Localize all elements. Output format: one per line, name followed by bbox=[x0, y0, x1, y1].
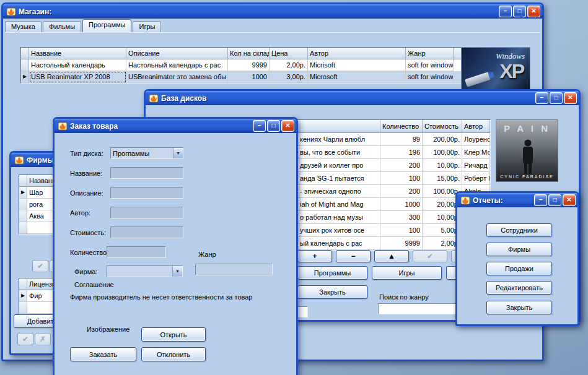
cell-author: Micrisoft bbox=[308, 59, 406, 71]
cell-name: Настольный календарь bbox=[29, 59, 126, 71]
programs-button[interactable]: Программы bbox=[297, 266, 367, 280]
table-row[interactable]: Настольный календарь Настольный календар… bbox=[21, 59, 462, 71]
cell-price: 15,00р. bbox=[423, 172, 462, 185]
shop-grid: Название Описание Кол на складе Цена Авт… bbox=[20, 47, 463, 84]
minimize-button[interactable]: – bbox=[253, 120, 266, 132]
cell-desc: Настольный календарь с рас bbox=[126, 59, 228, 71]
app-icon bbox=[14, 155, 24, 165]
windows-xp-image: Windows XP bbox=[461, 47, 530, 90]
disk-type-value: Прогпаммы bbox=[113, 150, 149, 157]
window-title: Заказ товара bbox=[70, 122, 250, 131]
close-button[interactable]: ✕ bbox=[563, 194, 576, 206]
nav-delete-button[interactable]: − bbox=[336, 250, 371, 262]
shop-titlebar[interactable]: Магазин: – □ ✕ bbox=[3, 4, 542, 19]
cell-author: Лоуренс К bbox=[462, 133, 490, 146]
firms-nav2-post-button[interactable]: ✔ bbox=[17, 333, 33, 345]
app-icon bbox=[58, 121, 68, 131]
col-author[interactable]: Автор bbox=[462, 120, 490, 133]
close-db-button[interactable]: Закрыть bbox=[297, 285, 367, 299]
reports-titlebar[interactable]: Отчеты: – □ ✕ bbox=[457, 193, 577, 207]
col-name[interactable]: Название bbox=[29, 48, 126, 59]
close-reports-button[interactable]: Закрыть bbox=[486, 301, 552, 314]
col-qty[interactable]: Количество bbox=[380, 120, 423, 133]
order-button[interactable]: Заказать bbox=[70, 347, 136, 361]
col-author[interactable]: Автор bbox=[308, 48, 406, 59]
image-label: Изображение bbox=[87, 325, 129, 333]
minimize-button[interactable]: – bbox=[499, 6, 512, 17]
firms-nav2-cancel-button[interactable]: ✗ bbox=[35, 333, 51, 345]
tab-programs[interactable]: Программы bbox=[82, 19, 131, 32]
nav-edit-button[interactable]: ▲ bbox=[374, 250, 409, 262]
open-button[interactable]: Открыть bbox=[141, 327, 206, 342]
col-desc[interactable]: Описание bbox=[126, 48, 228, 59]
usb-stick-graphic bbox=[465, 72, 491, 87]
agreement-text: Фирма производитель не несет ответственн… bbox=[70, 293, 252, 301]
cell-genre: soft for window bbox=[406, 59, 454, 71]
cell-author: Ричард Ше bbox=[462, 159, 490, 172]
indicator-column-header bbox=[21, 48, 29, 59]
cell-qty: 300 bbox=[380, 211, 423, 224]
nav-post-button[interactable]: ✔ bbox=[413, 250, 447, 262]
qty-field[interactable] bbox=[107, 246, 166, 258]
employees-report-button[interactable]: Сотрудники bbox=[486, 223, 552, 237]
chevron-down-icon[interactable]: ▼ bbox=[173, 148, 183, 158]
shop-grid-header: Название Описание Кол на складе Цена Авт… bbox=[21, 48, 462, 59]
close-button[interactable]: ✕ bbox=[564, 92, 577, 104]
window-title: База дисков bbox=[161, 94, 533, 103]
sales-report-button[interactable]: Продажи bbox=[486, 262, 552, 275]
app-icon bbox=[149, 93, 159, 103]
tab-films[interactable]: Фильмы bbox=[43, 21, 81, 32]
games-button[interactable]: Игры bbox=[372, 266, 442, 280]
order-window: Заказ товара – □ ✕ Тип диска: Прогпаммы … bbox=[53, 117, 298, 375]
chevron-down-icon[interactable]: ▼ bbox=[172, 266, 182, 277]
firm-combo[interactable]: ▼ bbox=[107, 265, 183, 277]
genre-search-input[interactable] bbox=[378, 303, 456, 314]
xp-logo-text: XP bbox=[499, 60, 524, 83]
cell-qty: 1000 bbox=[228, 71, 270, 83]
tab-games[interactable]: Игры bbox=[133, 21, 161, 32]
desktop: Магазин: – □ ✕ Музыка Фильмы Программы И… bbox=[0, 0, 588, 375]
cell-price: 2,00р. bbox=[270, 59, 308, 71]
firms-report-button[interactable]: Фирмы bbox=[486, 243, 552, 256]
decline-button[interactable]: Отклонить bbox=[141, 347, 206, 361]
reports-client: Сотрудники Фирмы Продажи Редактировать З… bbox=[457, 207, 577, 324]
app-icon bbox=[6, 7, 16, 17]
col-price[interactable]: Стоимость bbox=[423, 120, 462, 133]
author-field[interactable] bbox=[110, 207, 183, 218]
nav-insert-button[interactable]: + bbox=[297, 250, 332, 262]
close-button[interactable]: ✕ bbox=[527, 6, 540, 17]
col-qty[interactable]: Кол на складе bbox=[228, 48, 270, 59]
cell-price: 3,00р. bbox=[270, 71, 308, 83]
order-titlebar[interactable]: Заказ товара – □ ✕ bbox=[55, 119, 296, 133]
qty-label: Количество bbox=[70, 249, 107, 256]
maximize-button[interactable]: □ bbox=[513, 6, 526, 17]
firms-nav-post-button[interactable]: ✔ bbox=[32, 260, 48, 272]
maximize-button[interactable]: □ bbox=[548, 194, 561, 206]
app-icon bbox=[460, 196, 470, 205]
tab-music[interactable]: Музыка bbox=[5, 21, 42, 32]
disk-type-combo[interactable]: Прогпаммы ▼ bbox=[110, 147, 183, 159]
disk-db-titlebar[interactable]: База дисков – □ ✕ bbox=[146, 91, 579, 105]
genre-label: Жанр bbox=[198, 251, 216, 258]
row-indicator: ▶ bbox=[19, 290, 27, 302]
col-genre[interactable]: Жанр bbox=[406, 48, 454, 59]
search-by-genre-label: Поиск по жанру bbox=[379, 293, 429, 301]
table-row-selected[interactable]: ▶ USB Reanimator XP 2008 USBreanimator э… bbox=[21, 71, 462, 83]
agreement-title: Соглашение bbox=[74, 281, 114, 288]
cell-price: 10,00р. bbox=[423, 159, 462, 172]
desc-field[interactable] bbox=[110, 187, 183, 199]
cell-name: USB Reanimator XP 2008 bbox=[29, 71, 126, 83]
cell-qty: 1000 bbox=[380, 198, 423, 211]
genre-field[interactable] bbox=[195, 264, 273, 275]
edit-report-button[interactable]: Редактировать bbox=[486, 281, 552, 295]
silhouette-figure bbox=[519, 139, 537, 176]
cell-author: Клер Морь bbox=[462, 146, 490, 159]
close-button[interactable]: ✕ bbox=[281, 120, 294, 132]
price-field[interactable] bbox=[110, 226, 183, 238]
name-field[interactable] bbox=[110, 167, 183, 179]
minimize-button[interactable]: – bbox=[534, 194, 547, 206]
col-price[interactable]: Цена bbox=[270, 48, 308, 59]
maximize-button[interactable]: □ bbox=[267, 120, 280, 132]
maximize-button[interactable]: □ bbox=[550, 92, 563, 104]
minimize-button[interactable]: – bbox=[535, 92, 548, 104]
